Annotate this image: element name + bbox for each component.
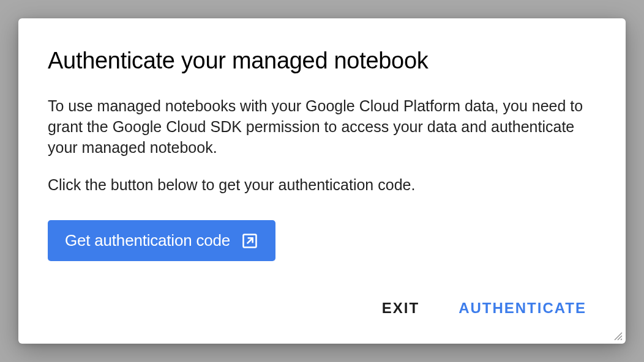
dialog-footer: EXIT AUTHENTICATE [48,295,596,322]
resize-handle-icon[interactable] [613,331,623,341]
authenticate-button[interactable]: AUTHENTICATE [456,295,589,322]
exit-button[interactable]: EXIT [380,295,422,322]
dialog-body: To use managed notebooks with your Googl… [48,96,596,261]
get-auth-code-button[interactable]: Get authentication code [48,220,275,261]
auth-dialog: Authenticate your managed notebook To us… [18,18,626,344]
dialog-title: Authenticate your managed notebook [48,48,596,74]
svg-line-4 [621,339,622,340]
svg-line-2 [615,333,622,340]
dialog-paragraph-1: To use managed notebooks with your Googl… [48,96,596,158]
get-auth-code-label: Get authentication code [65,231,230,250]
open-in-new-icon [241,232,258,249]
svg-line-3 [618,336,622,340]
dialog-paragraph-2: Click the button below to get your authe… [48,175,596,196]
